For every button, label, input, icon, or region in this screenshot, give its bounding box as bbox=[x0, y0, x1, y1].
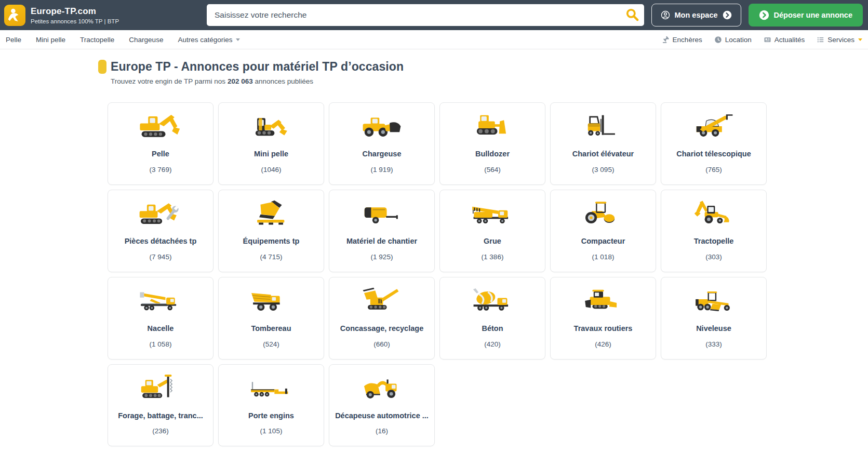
category-count: (16) bbox=[335, 427, 429, 435]
nav-item-label: Pelle bbox=[6, 36, 21, 44]
mixer-truck-icon bbox=[445, 285, 540, 315]
category-label: Chariot élévateur bbox=[556, 149, 650, 159]
category-card-chariot-telescopique[interactable]: Chariot télescopique(765) bbox=[661, 102, 767, 185]
forklift-icon bbox=[556, 111, 650, 140]
category-card-porte-engins[interactable]: Porte engins(1 105) bbox=[218, 364, 324, 447]
deposer-annonce-label: Déposer une annonce bbox=[774, 11, 852, 19]
main-content: Europe TP - Annonces pour matériel TP d’… bbox=[0, 49, 868, 446]
category-card-chargeuse[interactable]: Chargeuse(1 919) bbox=[329, 102, 435, 185]
category-count: (1 919) bbox=[335, 166, 429, 174]
category-count: (1 018) bbox=[556, 253, 650, 261]
spare-parts-icon bbox=[113, 198, 208, 228]
category-card-pelle[interactable]: Pelle(3 769) bbox=[108, 102, 213, 185]
paver-icon bbox=[556, 285, 650, 315]
arrow-circle-right-icon bbox=[759, 10, 769, 20]
dump-truck-icon bbox=[224, 285, 318, 315]
brand-text: Europe-TP.com Petites annonces 100% TP |… bbox=[31, 6, 119, 24]
category-label: Tombereau bbox=[224, 324, 318, 334]
category-label: Niveleuse bbox=[666, 324, 761, 334]
title-marker-icon bbox=[98, 60, 106, 74]
nav-item-mini-pelle[interactable]: Mini pelle bbox=[36, 36, 65, 44]
nav-item-label: Actualités bbox=[774, 36, 805, 44]
nav-item-actualites[interactable]: Actualités bbox=[764, 36, 805, 44]
nav-item-location[interactable]: Location bbox=[714, 36, 752, 44]
category-card-forage-battage-tranc[interactable]: Forage, battage, tranc...(236) bbox=[108, 364, 213, 447]
category-label: Porte engins bbox=[224, 411, 318, 421]
telehandler-icon bbox=[666, 111, 761, 140]
wheel-loader-icon bbox=[335, 111, 429, 140]
nav-right: EnchèresLocationActualitésServices bbox=[662, 36, 862, 44]
category-card-pieces-detachees-tp[interactable]: Pièces détachées tp(7 945) bbox=[108, 190, 213, 272]
category-card-tombereau[interactable]: Tombereau(524) bbox=[218, 277, 324, 360]
category-label: Grue bbox=[445, 236, 540, 246]
category-count: (1 925) bbox=[335, 253, 429, 261]
chevron-down-icon bbox=[858, 38, 862, 41]
nav-item-label: Autres catégories bbox=[178, 36, 232, 44]
bulldozer-icon bbox=[445, 111, 540, 140]
category-label: Décapeuse automotrice ... bbox=[335, 411, 429, 421]
user-circle-icon bbox=[661, 10, 670, 20]
category-card-concassage-recyclage[interactable]: Concassage, recyclage(660) bbox=[329, 277, 435, 360]
category-count: (3 769) bbox=[113, 166, 208, 174]
nav-item-autres-categories[interactable]: Autres catégories bbox=[178, 36, 240, 44]
nav-item-services[interactable]: Services bbox=[817, 36, 862, 44]
category-count: (1 058) bbox=[113, 340, 208, 348]
deposer-annonce-button[interactable]: Déposer une annonce bbox=[749, 4, 863, 26]
category-label: Pièces détachées tp bbox=[113, 236, 208, 246]
category-card-travaux-routiers[interactable]: Travaux routiers(426) bbox=[550, 277, 656, 360]
category-card-grue[interactable]: Grue(1 386) bbox=[439, 190, 545, 272]
category-count: (420) bbox=[445, 340, 540, 348]
category-card-niveleuse[interactable]: Niveleuse(333) bbox=[661, 277, 767, 360]
excavator-icon bbox=[113, 111, 208, 140]
title-row: Europe TP - Annonces pour matériel TP d’… bbox=[98, 60, 868, 74]
boom-lift-icon bbox=[113, 285, 208, 315]
search-button[interactable] bbox=[623, 7, 641, 23]
category-label: Pelle bbox=[113, 149, 208, 159]
category-count: (1046) bbox=[224, 166, 318, 174]
category-label: Équipements tp bbox=[224, 236, 318, 246]
backhoe-icon bbox=[666, 198, 761, 228]
clock-icon bbox=[714, 36, 722, 44]
category-count: (3 095) bbox=[556, 166, 650, 174]
category-count: (524) bbox=[224, 340, 318, 348]
mini-excavator-icon bbox=[224, 111, 318, 140]
category-card-nacelle[interactable]: Nacelle(1 058) bbox=[108, 277, 213, 360]
category-label: Forage, battage, tranc... bbox=[113, 411, 208, 421]
nav-item-encheres[interactable]: Enchères bbox=[662, 36, 702, 44]
page-title: Europe TP - Annonces pour matériel TP d’… bbox=[111, 60, 404, 74]
category-card-bulldozer[interactable]: Bulldozer(564) bbox=[439, 102, 545, 185]
attachment-bucket-icon bbox=[224, 198, 318, 228]
category-card-beton[interactable]: Béton(420) bbox=[439, 277, 545, 360]
category-card-tractopelle[interactable]: Tractopelle(303) bbox=[661, 190, 767, 272]
nav-item-label: Chargeuse bbox=[129, 36, 163, 44]
category-card-decapeuse-automotrice[interactable]: Décapeuse automotrice ...(16) bbox=[329, 364, 435, 447]
category-label: Chariot télescopique bbox=[666, 149, 761, 159]
nav-item-tractopelle[interactable]: Tractopelle bbox=[80, 36, 114, 44]
category-card-mini-pelle[interactable]: Mini pelle(1046) bbox=[218, 102, 324, 185]
nav-item-label: Enchères bbox=[673, 36, 702, 44]
nav-item-label: Mini pelle bbox=[36, 36, 65, 44]
category-count: (765) bbox=[666, 166, 761, 174]
brand[interactable]: Europe-TP.com Petites annonces 100% TP |… bbox=[4, 5, 199, 26]
search-input[interactable] bbox=[207, 4, 644, 26]
category-count: (426) bbox=[556, 340, 650, 348]
nav-item-label: Services bbox=[827, 36, 854, 44]
chevron-down-icon bbox=[236, 38, 240, 41]
header: Europe-TP.com Petites annonces 100% TP |… bbox=[0, 0, 868, 30]
category-count: (303) bbox=[666, 253, 761, 261]
mon-espace-button[interactable]: Mon espace bbox=[651, 4, 741, 26]
category-label: Mini pelle bbox=[224, 149, 318, 159]
category-label: Travaux routiers bbox=[556, 324, 650, 334]
category-count: (333) bbox=[666, 340, 761, 348]
category-card-equipements-tp[interactable]: Équipements tp(4 715) bbox=[218, 190, 324, 272]
roller-icon bbox=[556, 198, 650, 228]
nav-left: PelleMini pelleTractopelleChargeuseAutre… bbox=[6, 36, 240, 44]
category-card-compacteur[interactable]: Compacteur(1 018) bbox=[550, 190, 656, 272]
category-card-chariot-elevateur[interactable]: Chariot élévateur(3 095) bbox=[550, 102, 656, 185]
nav-item-chargeuse[interactable]: Chargeuse bbox=[129, 36, 163, 44]
nav-item-pelle[interactable]: Pelle bbox=[6, 36, 21, 44]
category-card-materiel-de-chantier[interactable]: Matériel de chantier(1 925) bbox=[329, 190, 435, 272]
brand-title: Europe-TP.com bbox=[31, 6, 119, 17]
brand-logo-icon bbox=[4, 5, 25, 26]
category-label: Matériel de chantier bbox=[335, 236, 429, 246]
